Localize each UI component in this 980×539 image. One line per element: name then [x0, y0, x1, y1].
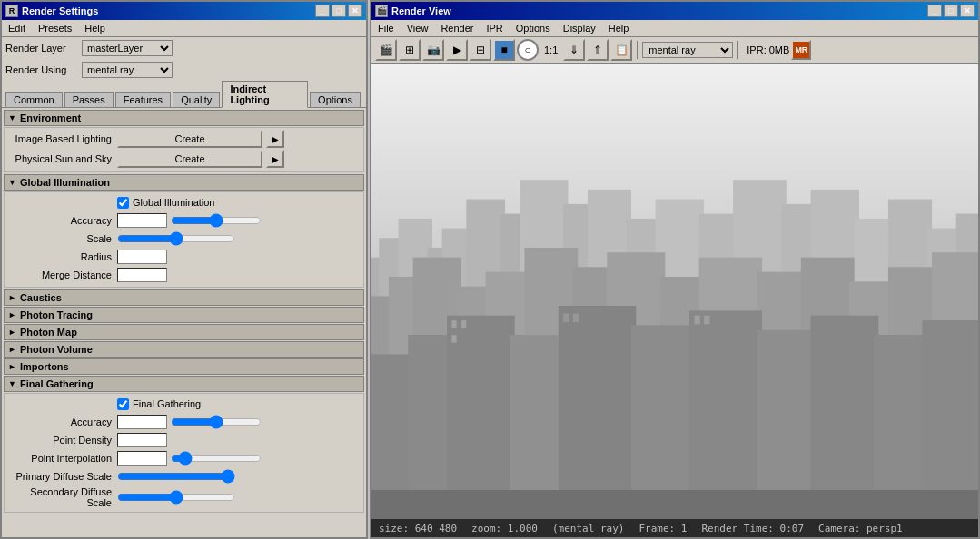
- rv-menu-display[interactable]: Display: [560, 22, 599, 34]
- photon-volume-section-header[interactable]: ► Photon Volume: [4, 341, 364, 358]
- fg-point-interpolation-label: Point Interpolation: [8, 453, 117, 464]
- rv-menu-help[interactable]: Help: [606, 22, 632, 34]
- render-settings-title: Render Settings: [22, 5, 98, 16]
- gi-accuracy-input[interactable]: 100: [117, 213, 167, 228]
- fg-section-header[interactable]: ▼ Final Gathering: [4, 376, 364, 392]
- fg-section-body: Final Gathering Accuracy 100 Point Densi…: [4, 393, 364, 513]
- minimize-button[interactable]: _: [315, 5, 330, 17]
- render-view-toolbar: 🎬 ⊞ 📷 ▶ ⊟ ■ ○ 1:1 ⇓ ⇑ 📋 mental ray IPR: …: [371, 37, 978, 64]
- fg-secondary-diffuse-scale-slider[interactable]: [117, 491, 235, 504]
- photon-volume-label: Photon Volume: [20, 344, 93, 355]
- fg-checkbox[interactable]: [117, 398, 129, 410]
- gi-merge-distance-label: Merge Distance: [8, 270, 117, 280]
- svg-rect-51: [563, 314, 569, 323]
- render-using-dropdown[interactable]: mental ray: [82, 62, 173, 78]
- gi-section-body: Global Illumination Accuracy 100 Scale: [4, 191, 364, 288]
- tool-circle-button[interactable]: ○: [517, 39, 539, 61]
- photon-volume-arrow: ►: [8, 345, 16, 354]
- menu-help[interactable]: Help: [82, 22, 108, 34]
- fg-secondary-diffuse-scale-label: Secondary Diffuse Scale: [8, 486, 117, 508]
- render-settings-titlebar: R Render Settings _ □ ✕: [2, 2, 366, 20]
- gi-radius-input[interactable]: 0.000: [117, 250, 167, 264]
- fg-accuracy-input[interactable]: 100: [117, 415, 167, 429]
- tabs-row: Common Passes Features Quality Indirect …: [2, 81, 366, 108]
- tool-color-button[interactable]: ■: [493, 39, 515, 61]
- fg-accuracy-label: Accuracy: [8, 416, 117, 427]
- tool-render2-button[interactable]: ⇑: [587, 39, 609, 61]
- importons-section-header[interactable]: ► Importons: [4, 358, 364, 375]
- tool-snapshot-button[interactable]: 📋: [610, 39, 632, 61]
- toolbar-separator: [637, 41, 638, 59]
- rv-menu-render[interactable]: Render: [438, 22, 476, 34]
- tab-indirect-lighting[interactable]: Indirect Lighting: [222, 81, 308, 108]
- gi-merge-distance-input[interactable]: 0.000: [117, 268, 167, 282]
- tab-quality[interactable]: Quality: [173, 92, 220, 107]
- menu-presets[interactable]: Presets: [35, 22, 74, 34]
- status-size: size: 640 480: [379, 523, 457, 534]
- render-layer-dropdown[interactable]: masterLayer: [82, 40, 173, 56]
- tool-grid-button[interactable]: ⊞: [399, 39, 421, 61]
- ipr-status: IPR: 0MB: [747, 44, 789, 55]
- environment-section-header[interactable]: ▼ Environment: [4, 110, 364, 126]
- tool-camera-button[interactable]: 📷: [422, 39, 444, 61]
- pss-create-button[interactable]: Create: [117, 150, 262, 168]
- tool-table-button[interactable]: ⊟: [470, 39, 491, 61]
- restore-button[interactable]: □: [332, 5, 346, 17]
- rv-close-button[interactable]: ✕: [960, 5, 975, 17]
- photon-tracing-label: Photon Tracing: [20, 309, 93, 320]
- environment-arrow: ▼: [8, 113, 16, 122]
- close-button[interactable]: ✕: [348, 5, 362, 17]
- gi-accuracy-slider[interactable]: [171, 214, 262, 227]
- rv-menu-ipr[interactable]: IPR: [483, 22, 505, 34]
- svg-rect-38: [447, 316, 515, 519]
- tab-passes[interactable]: Passes: [64, 92, 114, 107]
- caustics-label: Caustics: [20, 292, 62, 303]
- gi-merge-distance-row: Merge Distance 0.000: [8, 267, 360, 283]
- tab-options[interactable]: Options: [310, 92, 361, 107]
- svg-rect-40: [559, 306, 636, 519]
- fg-point-interpolation-slider[interactable]: [171, 452, 262, 465]
- gi-scale-slider[interactable]: [117, 232, 235, 245]
- fg-primary-diffuse-scale-label: Primary Diffuse Scale: [8, 471, 117, 482]
- tool-render1-button[interactable]: ⇓: [563, 39, 585, 61]
- fg-point-density-input[interactable]: 0.100: [117, 433, 167, 447]
- importons-arrow: ►: [8, 362, 16, 371]
- rv-menu-view[interactable]: View: [404, 22, 431, 34]
- ipr-button[interactable]: MR: [791, 40, 811, 60]
- gi-scale-label: Scale: [8, 233, 117, 244]
- gi-checkbox-row: Global Illumination: [8, 194, 360, 211]
- photon-map-label: Photon Map: [20, 327, 77, 338]
- rv-menu-options[interactable]: Options: [513, 22, 553, 34]
- ratio-label: 1:1: [540, 44, 561, 55]
- tab-features[interactable]: Features: [115, 92, 171, 107]
- fg-secondary-diffuse-scale-row: Secondary Diffuse Scale: [8, 486, 360, 508]
- rv-minimize-button[interactable]: _: [927, 5, 942, 17]
- render-layer-row: Render Layer masterLayer: [2, 37, 366, 59]
- gi-section-header[interactable]: ▼ Global Illumination: [4, 174, 364, 191]
- render-layer-label: Render Layer: [5, 43, 78, 54]
- fg-arrow: ▼: [8, 379, 16, 388]
- renderer-dropdown[interactable]: mental ray: [642, 42, 733, 58]
- fg-point-interpolation-input[interactable]: 10: [117, 451, 167, 466]
- menu-edit[interactable]: Edit: [5, 22, 28, 34]
- pss-browse-button[interactable]: ▶: [266, 150, 284, 168]
- gi-checkbox[interactable]: [117, 197, 129, 209]
- rv-menu-file[interactable]: File: [375, 22, 397, 34]
- svg-rect-44: [811, 316, 879, 519]
- tool-play-button[interactable]: ▶: [446, 39, 468, 61]
- svg-rect-48: [451, 320, 456, 328]
- caustics-section-header[interactable]: ► Caustics: [4, 289, 364, 306]
- environment-section-body: Image Based Lighting Create ▶ Physical S…: [4, 127, 364, 172]
- rv-restore-button[interactable]: □: [944, 5, 958, 17]
- svg-rect-42: [689, 310, 762, 519]
- photon-map-section-header[interactable]: ► Photon Map: [4, 324, 364, 340]
- ibl-create-button[interactable]: Create: [117, 130, 262, 148]
- tool-film-button[interactable]: 🎬: [375, 39, 397, 61]
- photon-tracing-section-header[interactable]: ► Photon Tracing: [4, 307, 364, 323]
- tab-common[interactable]: Common: [5, 92, 63, 107]
- fg-primary-diffuse-scale-slider[interactable]: [117, 470, 235, 483]
- fg-checkbox-row: Final Gathering: [8, 396, 360, 412]
- ibl-browse-button[interactable]: ▶: [266, 130, 284, 148]
- fg-accuracy-slider[interactable]: [171, 416, 262, 428]
- svg-rect-49: [461, 320, 466, 328]
